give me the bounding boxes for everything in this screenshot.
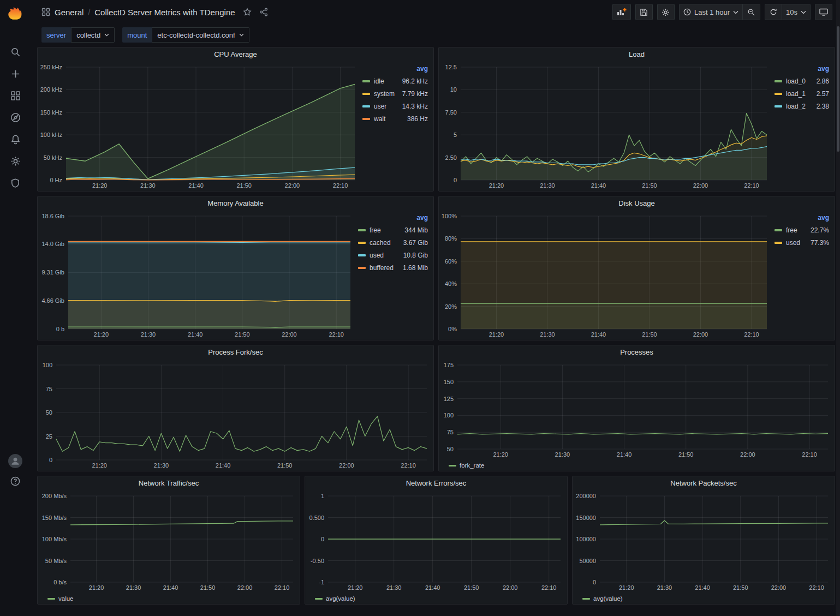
add-panel-button[interactable] (612, 4, 631, 20)
panel-title[interactable]: Network Traffic/sec (38, 476, 300, 491)
series-color-swatch[interactable] (449, 465, 456, 467)
legend-item-avg-value-[interactable]: avg(value) (315, 593, 355, 604)
panel-title[interactable]: Process Fork/sec (38, 345, 433, 360)
legend-avg-header[interactable]: avg (775, 65, 829, 75)
y-axis-tick-label: 75 (447, 429, 454, 435)
x-axis-tick-label: 21:30 (154, 462, 169, 469)
chart-network-packets[interactable]: 05000010000015000020000021:2021:3021:402… (573, 491, 835, 593)
series-color-swatch[interactable] (775, 80, 782, 82)
dashboard-settings-button[interactable] (657, 4, 675, 20)
time-range-picker[interactable]: Last 1 hour (679, 4, 743, 20)
legend-item-used[interactable]: used10.8 Gib (358, 249, 428, 261)
legend-item-used[interactable]: used77.3% (775, 236, 829, 249)
panel-title[interactable]: Network Packets/sec (573, 476, 835, 491)
chart-processes[interactable]: 507510012515017521:2021:3021:4021:5022:0… (439, 360, 835, 460)
legend-item-free[interactable]: free22.7% (775, 224, 829, 236)
legend-item-avg-value-[interactable]: avg(value) (582, 593, 623, 604)
sidebar-item-help[interactable] (0, 476, 31, 487)
series-color-swatch[interactable] (775, 105, 782, 107)
variable-mount-dropdown[interactable]: etc-collectd-collectd.conf (152, 27, 249, 43)
series-color-swatch[interactable] (358, 242, 366, 244)
chart-canvas[interactable]: 0 b/s50 Mb/s100 Mb/s150 Mb/s200 Mb/s21:2… (38, 491, 300, 593)
series-color-swatch[interactable] (362, 105, 370, 107)
chart-disk-usage[interactable]: 0%20%40%60%80%100%21:2021:3021:4021:5022… (439, 211, 773, 340)
panel-title[interactable]: Load (439, 47, 835, 62)
x-axis-tick-label: 21:40 (591, 182, 606, 189)
star-icon[interactable] (243, 8, 252, 16)
refresh-button[interactable] (765, 4, 782, 20)
series-color-swatch[interactable] (775, 229, 782, 231)
series-color-swatch[interactable] (358, 267, 366, 269)
legend-item-value[interactable]: value (47, 593, 74, 604)
scrollbar-thumb[interactable] (837, 26, 839, 152)
sidebar-item-dashboards[interactable] (4, 88, 26, 103)
sidebar-item-explore[interactable] (4, 110, 26, 124)
panel-title[interactable]: CPU Average (38, 47, 433, 62)
legend-item-buffered[interactable]: buffered1.68 Mib (358, 261, 428, 274)
chart-canvas[interactable]: 0%20%40%60%80%100%21:2021:3021:4021:5022… (439, 211, 773, 340)
legend-item-load_2[interactable]: load_22.38 (775, 100, 829, 112)
legend-item-load_0[interactable]: load_02.86 (775, 75, 829, 87)
share-icon[interactable] (259, 8, 268, 16)
chart-canvas[interactable]: -1-0.5000.500121:2021:3021:4021:5022:002… (305, 491, 567, 593)
legend-series-avg-value: 2.86 (817, 77, 829, 85)
series-color-swatch[interactable] (362, 93, 370, 95)
legend-item-idle[interactable]: idle96.2 kHz (362, 75, 428, 87)
refresh-interval-dropdown[interactable]: 10s (782, 4, 811, 20)
chart-network-traffic[interactable]: 0 b/s50 Mb/s100 Mb/s150 Mb/s200 Mb/s21:2… (38, 491, 300, 593)
avatar[interactable] (8, 454, 22, 468)
chart-canvas[interactable]: 507510012515017521:2021:3021:4021:5022:0… (439, 360, 835, 460)
series-color-swatch[interactable] (582, 598, 590, 600)
legend-item-system[interactable]: system7.79 kHz (362, 87, 428, 100)
scrollbar-track[interactable] (836, 0, 840, 616)
legend-item-fork_rate[interactable]: fork_rate (449, 460, 484, 471)
series-color-swatch[interactable] (362, 118, 370, 120)
sidebar-item-configuration[interactable] (4, 154, 26, 168)
legend-item-free[interactable]: free344 Mib (358, 224, 428, 236)
save-dashboard-button[interactable] (635, 4, 653, 20)
panel-title[interactable]: Memory Available (38, 196, 433, 211)
legend-item-cached[interactable]: cached3.67 Gib (358, 236, 428, 249)
y-axis-tick-label: 0 (454, 177, 457, 183)
series-color-swatch[interactable] (315, 598, 323, 600)
chart-canvas[interactable]: 02.5057.501012.521:2021:3021:4021:5022:0… (439, 62, 773, 191)
sidebar-item-profile[interactable] (0, 454, 31, 468)
legend-item-wait[interactable]: wait386 Hz (362, 112, 428, 125)
legend-network-traffic: value (38, 593, 300, 604)
chart-cpu-average[interactable]: 0 Hz50 kHz100 kHz150 kHz200 kHz250 kHz21… (38, 62, 361, 191)
series-color-swatch[interactable] (358, 254, 366, 256)
legend-avg-header[interactable]: avg (358, 214, 428, 224)
legend-avg-header[interactable]: avg (775, 214, 829, 224)
chart-canvas[interactable]: 0 b4.66 Gib9.31 Gib14.0 Gib18.6 Gib21:20… (38, 211, 357, 340)
series-color-swatch[interactable] (47, 598, 55, 600)
chart-memory-available[interactable]: 0 b4.66 Gib9.31 Gib14.0 Gib18.6 Gib21:20… (38, 211, 357, 340)
legend-item-load_1[interactable]: load_12.57 (775, 87, 829, 100)
sidebar-item-alerting[interactable] (4, 132, 26, 146)
chart-load[interactable]: 02.5057.501012.521:2021:3021:4021:5022:0… (439, 62, 773, 191)
legend-item-user[interactable]: user14.3 kHz (362, 100, 428, 112)
panel-title[interactable]: Network Errors/sec (305, 476, 567, 491)
chart-canvas[interactable]: 05000010000015000020000021:2021:3021:402… (573, 491, 835, 593)
sidebar-item-create[interactable] (4, 67, 26, 81)
chart-process-fork[interactable]: 025507510021:2021:3021:4021:5022:0022:10 (38, 360, 433, 471)
zoom-out-icon (747, 8, 755, 16)
breadcrumb-title[interactable]: CollectD Server Metrics with TDengine (94, 8, 235, 17)
grafana-logo[interactable] (0, 0, 31, 26)
chart-canvas[interactable]: 0 Hz50 kHz100 kHz150 kHz200 kHz250 kHz21… (38, 62, 361, 191)
dashboards-grid-icon[interactable] (41, 8, 50, 16)
panel-title[interactable]: Disk Usage (439, 196, 835, 211)
series-color-swatch[interactable] (358, 229, 366, 231)
chart-network-errors[interactable]: -1-0.5000.500121:2021:3021:4021:5022:002… (305, 491, 567, 593)
chart-canvas[interactable]: 025507510021:2021:3021:4021:5022:0022:10 (38, 360, 433, 471)
panel-title[interactable]: Processes (439, 345, 835, 360)
series-color-swatch[interactable] (775, 242, 782, 244)
variable-server-dropdown[interactable]: collectd (71, 27, 115, 43)
series-color-swatch[interactable] (775, 93, 782, 95)
breadcrumb-section[interactable]: General (55, 8, 84, 17)
zoom-out-button[interactable] (743, 4, 760, 20)
legend-avg-header[interactable]: avg (362, 65, 428, 75)
sidebar-item-search[interactable] (4, 45, 26, 59)
sidebar-item-server-admin[interactable] (4, 176, 26, 190)
series-color-swatch[interactable] (362, 80, 370, 82)
cycle-view-button[interactable] (815, 4, 832, 20)
